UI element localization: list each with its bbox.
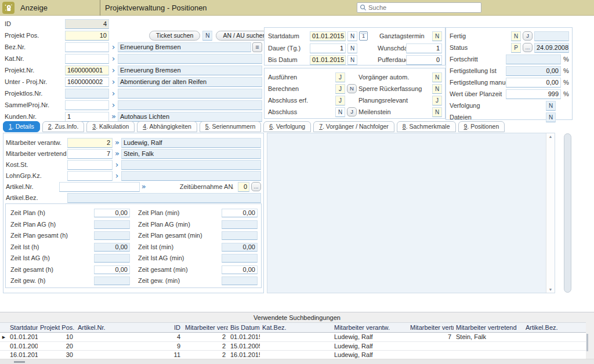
grid-horizontal-scrollbar-thumb[interactable] <box>14 361 25 363</box>
grid-header-cell[interactable]: Startdatum <box>8 323 38 332</box>
grid-header-cell[interactable]: Mitarbeiter vertretend <box>454 323 523 332</box>
fertig-flag[interactable]: N <box>511 31 521 41</box>
tab-positionen[interactable]: 9. Positionen <box>458 121 505 132</box>
double-chevron-icon[interactable]: » <box>113 138 121 147</box>
vorgaenger-flag[interactable]: N <box>432 72 442 82</box>
status-ellipsis-button[interactable]: ... <box>523 43 533 52</box>
abschluss-flag[interactable]: N <box>335 107 345 117</box>
grid-row[interactable]: ▶01.01.2015104201.01.2015Ludewig, Ralf7S… <box>0 333 586 342</box>
calendar-icon[interactable]: 1 <box>359 31 368 41</box>
ganztagstermin-flag[interactable]: N <box>432 31 442 41</box>
pufferdauer-field[interactable]: 0 <box>406 55 442 65</box>
double-chevron-icon[interactable]: » <box>109 112 118 121</box>
kat-nr-field[interactable] <box>65 54 109 64</box>
zeit-field[interactable]: 0,00 <box>94 209 130 217</box>
projekt-nr-field[interactable]: 1600000001 <box>65 65 109 75</box>
chevron-right-icon[interactable]: › <box>109 42 118 52</box>
planungsrelevant-flag[interactable]: J <box>432 96 442 105</box>
scroll-down-icon[interactable]: ▼ <box>549 287 553 292</box>
wert-ueber-planzeit-field[interactable]: 999 <box>506 89 561 99</box>
zeit-field[interactable]: 0,00 <box>222 209 258 217</box>
zeit-row: Zeit Ist (h)0,00 <box>10 243 130 252</box>
status-flag[interactable]: P <box>511 43 521 53</box>
grid-header-cell[interactable]: Artikel.Nr. <box>75 323 148 332</box>
tab-sachmerkmale[interactable]: 8. Sachmerkmale <box>397 121 456 132</box>
grid-header-cell[interactable]: Bis Datum <box>228 323 260 332</box>
tab-details[interactable]: 1. Details <box>3 121 40 132</box>
grid-header-cell[interactable]: ID <box>148 323 183 332</box>
berechnen-flag[interactable]: J <box>335 84 345 94</box>
chevron-right-icon[interactable]: › <box>109 54 118 63</box>
startdatum-flag[interactable]: N <box>347 31 357 41</box>
scroll-up-icon[interactable]: ▲ <box>549 134 553 139</box>
fertigstellung-manuell-field[interactable]: 0,00 <box>506 78 561 88</box>
notes-scrollbar[interactable]: ▲ ▼ <box>546 133 555 293</box>
memo-button[interactable]: ≡ <box>252 42 262 52</box>
projekt-pos-field[interactable]: 10 <box>65 31 109 41</box>
grid-header-cell[interactable]: Mitarbeiter verantw. <box>183 323 228 332</box>
ticket-suchen-flag[interactable]: N <box>202 31 212 41</box>
memo-icon: ≡ <box>255 43 259 50</box>
app-icon[interactable] <box>2 2 15 14</box>
unter-proj-nr-field[interactable]: 1600000002 <box>65 77 109 87</box>
artikel-nr-field[interactable] <box>59 182 139 192</box>
zeit-label: Zeit Plan (h) <box>10 209 94 216</box>
zeit-field[interactable]: 0,00 <box>94 265 130 274</box>
tab-seriennummern[interactable]: 5. Seriennummern <box>200 121 261 132</box>
sperre-flag[interactable]: N <box>432 84 442 94</box>
kunden-nr-field[interactable]: 1 <box>65 112 109 122</box>
grid-row[interactable]: 01.01.2005209215.01.2005Ludewig, Ralf <box>0 342 586 351</box>
chevron-right-icon[interactable]: › <box>109 77 118 86</box>
fertig-toggle-button[interactable]: J <box>523 31 533 41</box>
startdatum-field[interactable]: 01.01.2015 <box>310 31 346 41</box>
grid-horizontal-scrollbar[interactable] <box>0 359 594 364</box>
sammelproj-nr-field[interactable] <box>65 100 109 110</box>
projekt-nr-label: Projekt.Nr. <box>5 65 65 74</box>
search-icon <box>360 4 367 11</box>
mitarbeiter-verantw-field[interactable]: 2 <box>67 138 113 148</box>
ausfuehren-flag[interactable]: J <box>335 72 345 82</box>
grid-header-cell[interactable]: Mitarbeiter verantw. <box>332 323 408 332</box>
notes-panel[interactable]: ▲ ▼ <box>267 133 555 293</box>
chevron-right-icon[interactable]: › <box>113 160 121 169</box>
dauer-field[interactable]: 1 <box>310 43 346 53</box>
tab-zus-info-[interactable]: 2. Zus.Info. <box>42 121 85 132</box>
zeit-field[interactable]: 0,00 <box>222 265 258 274</box>
lohngrp-kz-field[interactable] <box>67 171 113 181</box>
chevron-right-icon[interactable]: › <box>113 171 121 180</box>
tab-verfolgung[interactable]: 6. Verfolgung <box>263 121 311 132</box>
berechnen-toggle-button[interactable]: N <box>347 84 357 93</box>
abschluss-erf-flag[interactable]: J <box>335 96 345 105</box>
row-marker-cell <box>0 351 8 359</box>
tab-vorgänger-nachfolger[interactable]: 7. Vorgänger / Nachfolger <box>313 121 394 132</box>
page-scrollbar[interactable] <box>564 133 571 293</box>
search-input[interactable] <box>368 4 481 11</box>
chevron-right-icon[interactable]: › <box>109 89 118 98</box>
chevron-right-icon[interactable]: › <box>109 65 118 75</box>
double-chevron-icon[interactable]: » <box>140 182 147 191</box>
grid-header-cell[interactable]: Mitarbeiter vertretend <box>408 323 454 332</box>
grid-header-cell[interactable]: Kat.Bez. <box>260 323 332 332</box>
wunschdauer-field[interactable]: 1 <box>406 43 442 53</box>
zeit-field <box>222 254 258 263</box>
tab-abhängigkeiten[interactable]: 4. Abhängigkeiten <box>137 121 197 132</box>
grid-cell <box>454 342 523 351</box>
dauer-flag[interactable]: N <box>347 43 357 53</box>
tab-kalkulation[interactable]: 3. Kalkulation <box>86 121 135 132</box>
double-chevron-icon[interactable]: » <box>113 149 121 158</box>
bis-datum-field[interactable]: 01.01.2015 <box>310 55 346 65</box>
search-box[interactable] <box>357 2 481 13</box>
zeituebernahme-field[interactable]: 0 <box>238 182 249 192</box>
chevron-right-icon[interactable]: › <box>109 100 118 110</box>
kost-st-field[interactable] <box>67 160 113 170</box>
ticket-suchen-button[interactable]: Ticket suchen <box>149 31 200 41</box>
mitarbeiter-vertretend-field[interactable]: 7 <box>67 149 113 159</box>
abschluss-toggle-button[interactable]: J <box>347 107 357 117</box>
bez-nr-field[interactable] <box>65 42 109 52</box>
grid-vertical-scrollbar[interactable] <box>586 334 588 351</box>
grid-header-cell[interactable]: Artikel.Bez. <box>523 323 586 332</box>
grid-header-cell[interactable]: Projekt Pos. <box>38 323 75 332</box>
zeituebernahme-ellipsis-button[interactable]: ... <box>251 182 261 191</box>
meilenstein-flag[interactable]: N <box>432 107 442 117</box>
bis-datum-flag[interactable]: N <box>347 55 357 65</box>
